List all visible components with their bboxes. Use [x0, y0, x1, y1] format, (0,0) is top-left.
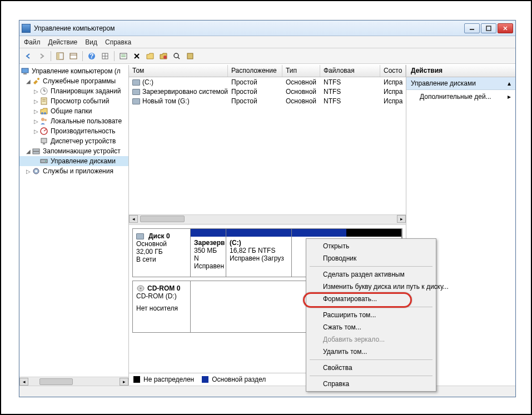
volume-row[interactable]: Зарезервировано системой Простой Основно…	[129, 87, 406, 96]
drive-icon	[132, 79, 140, 86]
svg-point-31	[41, 112, 43, 114]
tree[interactable]: Управление компьютером (л ◢Служебные про…	[19, 65, 128, 364]
svg-rect-5	[57, 53, 59, 59]
toolbar: ?	[19, 48, 515, 64]
ctx-open[interactable]: Открыть	[307, 240, 435, 252]
tree-storage[interactable]: Запоминающие устройст	[43, 147, 121, 155]
collapse-icon[interactable]: ▴	[508, 79, 511, 87]
scroll-thumb[interactable]	[140, 216, 185, 222]
column-status[interactable]: Состо	[380, 65, 406, 77]
volume-list-header: Том Расположение Тип Файловая система Со…	[129, 65, 406, 77]
storage-icon	[32, 147, 41, 156]
ctx-delete[interactable]: Удалить том...	[307, 346, 435, 358]
list-view-button[interactable]	[118, 51, 129, 62]
actions-title: Действия	[406, 65, 515, 77]
delete-button[interactable]	[131, 51, 142, 62]
scroll-right-button[interactable]: ▸	[120, 378, 128, 386]
menu-help[interactable]: Справка	[105, 38, 131, 46]
back-button[interactable]	[23, 51, 34, 62]
cdrom-info-block[interactable]: CD-ROM 0 CD-ROM (D:) Нет носителя	[133, 281, 191, 332]
tree-perf[interactable]: Производительность	[51, 127, 115, 135]
tree-services[interactable]: Службы и приложения	[43, 167, 113, 175]
show-hide-tree-button[interactable]	[54, 51, 66, 62]
partition-c[interactable]: (C:) 16,82 ГБ NTFS Исправен (Загруз	[226, 229, 292, 277]
ctx-explorer[interactable]: Проводник	[307, 252, 435, 264]
menubar: Файл Действие Вид Справка	[19, 36, 515, 48]
statusbar	[19, 386, 515, 397]
device-manager-icon	[39, 137, 48, 146]
svg-rect-41	[41, 159, 47, 163]
ctx-format[interactable]: Форматировать...	[307, 293, 435, 305]
svg-rect-23	[23, 73, 27, 74]
tree-eventvwr[interactable]: Просмотр событий	[51, 97, 109, 105]
collapse-icon[interactable]: ◢	[25, 78, 32, 84]
tree-users[interactable]: Локальные пользовате	[51, 117, 122, 125]
actions-more[interactable]: Дополнительные дей... ▸	[406, 90, 515, 103]
tree-pane: Управление компьютером (л ◢Служебные про…	[19, 65, 129, 386]
ctx-extend[interactable]: Расширить том...	[307, 309, 435, 321]
svg-text:?: ?	[90, 52, 93, 60]
properties-button[interactable]	[68, 51, 79, 62]
scroll-thumb[interactable]	[39, 378, 73, 385]
tree-scrollbar[interactable]: ◂ ▸	[19, 377, 128, 386]
ctx-add-mirror: Добавить зеркало...	[307, 333, 435, 346]
volume-row[interactable]: (C:) Простой Основной NTFS Испра	[129, 77, 406, 87]
legend-unallocated: Не распределен	[143, 376, 194, 383]
help-button[interactable]: ?	[86, 51, 97, 62]
ctx-make-active[interactable]: Сделать раздел активным	[307, 268, 435, 281]
menu-action[interactable]: Действие	[48, 38, 78, 46]
partition-header	[292, 229, 401, 237]
scroll-left-button[interactable]: ◂	[129, 215, 138, 223]
ctx-properties[interactable]: Свойства	[307, 362, 435, 374]
tree-root[interactable]: Управление компьютером (л	[32, 67, 121, 75]
forward-button[interactable]	[36, 51, 47, 62]
svg-point-19	[174, 53, 178, 58]
misc-button[interactable]	[185, 51, 196, 62]
column-volume[interactable]: Том	[129, 65, 228, 77]
menu-view[interactable]: Вид	[85, 38, 97, 46]
scroll-left-button[interactable]: ◂	[19, 378, 28, 386]
ctx-change-letter[interactable]: Изменить букву диска или путь к диску...	[307, 281, 435, 293]
column-layout[interactable]: Расположение	[228, 65, 282, 77]
scroll-right-button[interactable]: ▸	[397, 215, 406, 223]
ctx-shrink[interactable]: Сжать том...	[307, 321, 435, 333]
tree-systools[interactable]: Служебные программы	[43, 77, 116, 85]
tree-scheduler[interactable]: Планировщик заданий	[51, 87, 121, 95]
computer-icon	[21, 67, 29, 76]
expand-icon[interactable]: ▷	[33, 118, 39, 124]
expand-icon[interactable]: ▷	[33, 128, 39, 134]
expand-icon[interactable]: ▷	[33, 98, 39, 104]
expand-icon[interactable]: ▷	[33, 88, 39, 94]
titlebar[interactable]: Управление компьютером	[19, 21, 515, 36]
legend-primary-color	[202, 376, 208, 383]
refresh-button[interactable]	[100, 51, 111, 62]
tree-shared[interactable]: Общие папки	[51, 107, 92, 115]
column-type[interactable]: Тип	[282, 65, 320, 77]
column-filesystem[interactable]: Файловая система	[320, 65, 380, 77]
menu-file[interactable]: Файл	[24, 38, 41, 46]
app-icon	[22, 24, 31, 33]
volume-list: Том Расположение Тип Файловая система Со…	[129, 65, 406, 225]
tree-diskmgmt[interactable]: Управление дисками	[51, 157, 116, 165]
maximize-button[interactable]	[481, 23, 496, 33]
expand-icon[interactable]: ▷	[25, 168, 32, 174]
settings-button[interactable]	[158, 51, 169, 62]
volume-row[interactable]: Новый том (G:) Простой Основной NTFS Исп…	[129, 96, 406, 106]
partition-header	[191, 229, 226, 237]
search-button[interactable]	[171, 51, 182, 62]
minimize-button[interactable]	[464, 23, 480, 33]
svg-point-32	[44, 112, 46, 114]
svg-rect-38	[43, 143, 45, 144]
volume-list-body[interactable]: (C:) Простой Основной NTFS Испра Зарезер…	[129, 77, 406, 214]
expand-icon[interactable]: ▷	[33, 108, 39, 114]
collapse-icon[interactable]: ◢	[25, 148, 32, 154]
close-button[interactable]	[498, 23, 513, 33]
disk-info-block[interactable]: Диск 0 Основной 32,00 ГБ В сети	[133, 229, 191, 277]
partition-reserved[interactable]: Зарезерв 350 МБ N Исправен	[191, 229, 226, 277]
tree-devmgr[interactable]: Диспетчер устройств	[51, 137, 116, 145]
open-folder-button[interactable]	[145, 51, 156, 62]
ctx-help[interactable]: Справка	[307, 378, 435, 390]
svg-line-20	[178, 57, 180, 59]
volume-list-scrollbar[interactable]: ◂ ▸	[129, 214, 406, 223]
actions-group[interactable]: Управление дисками ▴	[406, 77, 515, 90]
